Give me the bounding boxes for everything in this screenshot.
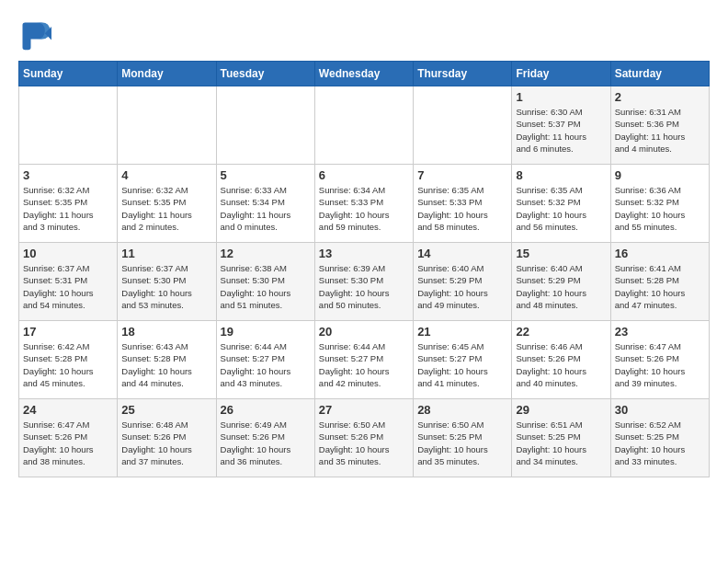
day-number: 6 xyxy=(319,168,409,182)
day-info: Sunrise: 6:45 AM Sunset: 5:27 PM Dayligh… xyxy=(417,340,507,389)
weekday-header-friday: Friday xyxy=(512,62,610,86)
day-info: Sunrise: 6:51 AM Sunset: 5:25 PM Dayligh… xyxy=(516,419,606,467)
day-number: 20 xyxy=(319,325,409,339)
calendar-cell xyxy=(19,86,118,165)
day-number: 12 xyxy=(221,247,311,260)
calendar-cell: 3Sunrise: 6:32 AM Sunset: 5:35 PM Daylig… xyxy=(19,165,118,243)
calendar-cell: 5Sunrise: 6:33 AM Sunset: 5:34 PM Daylig… xyxy=(216,165,314,243)
logo-icon xyxy=(18,18,51,52)
day-info: Sunrise: 6:47 AM Sunset: 5:26 PM Dayligh… xyxy=(23,419,113,467)
calendar-cell: 22Sunrise: 6:46 AM Sunset: 5:26 PM Dayli… xyxy=(512,321,610,399)
day-info: Sunrise: 6:44 AM Sunset: 5:27 PM Dayligh… xyxy=(319,340,409,389)
day-number: 5 xyxy=(221,168,311,182)
calendar-cell: 19Sunrise: 6:44 AM Sunset: 5:27 PM Dayli… xyxy=(216,321,314,399)
day-number: 9 xyxy=(615,168,705,182)
calendar-cell: 25Sunrise: 6:48 AM Sunset: 5:26 PM Dayli… xyxy=(118,399,216,477)
day-info: Sunrise: 6:35 AM Sunset: 5:33 PM Dayligh… xyxy=(417,184,507,233)
day-number: 22 xyxy=(516,325,606,339)
day-number: 17 xyxy=(23,325,113,339)
day-info: Sunrise: 6:40 AM Sunset: 5:29 PM Dayligh… xyxy=(417,262,507,311)
calendar-cell: 20Sunrise: 6:44 AM Sunset: 5:27 PM Dayli… xyxy=(314,321,413,399)
weekday-header-thursday: Thursday xyxy=(414,62,512,86)
calendar-cell: 13Sunrise: 6:39 AM Sunset: 5:30 PM Dayli… xyxy=(314,243,413,321)
day-number: 16 xyxy=(615,247,705,260)
day-number: 27 xyxy=(319,403,409,417)
calendar-cell: 27Sunrise: 6:50 AM Sunset: 5:26 PM Dayli… xyxy=(314,399,413,477)
calendar-cell xyxy=(414,86,512,165)
day-info: Sunrise: 6:33 AM Sunset: 5:34 PM Dayligh… xyxy=(221,184,311,233)
calendar-cell: 17Sunrise: 6:42 AM Sunset: 5:28 PM Dayli… xyxy=(19,321,118,399)
calendar-cell xyxy=(216,86,314,165)
day-info: Sunrise: 6:44 AM Sunset: 5:27 PM Dayligh… xyxy=(221,340,311,389)
calendar-cell: 7Sunrise: 6:35 AM Sunset: 5:33 PM Daylig… xyxy=(414,165,512,243)
day-number: 14 xyxy=(417,247,507,260)
calendar-cell: 14Sunrise: 6:40 AM Sunset: 5:29 PM Dayli… xyxy=(414,243,512,321)
day-info: Sunrise: 6:50 AM Sunset: 5:26 PM Dayligh… xyxy=(319,419,409,467)
calendar-cell xyxy=(314,86,413,165)
day-number: 25 xyxy=(121,403,211,417)
calendar-week-row: 24Sunrise: 6:47 AM Sunset: 5:26 PM Dayli… xyxy=(19,399,710,477)
day-number: 3 xyxy=(23,168,113,182)
calendar-cell: 12Sunrise: 6:38 AM Sunset: 5:30 PM Dayli… xyxy=(216,243,314,321)
day-number: 24 xyxy=(23,403,113,417)
weekday-header-tuesday: Tuesday xyxy=(216,62,314,86)
calendar-cell: 4Sunrise: 6:32 AM Sunset: 5:35 PM Daylig… xyxy=(118,165,216,243)
day-number: 11 xyxy=(121,247,211,260)
calendar-cell: 9Sunrise: 6:36 AM Sunset: 5:32 PM Daylig… xyxy=(610,165,709,243)
calendar-cell: 10Sunrise: 6:37 AM Sunset: 5:31 PM Dayli… xyxy=(19,243,118,321)
calendar-week-row: 17Sunrise: 6:42 AM Sunset: 5:28 PM Dayli… xyxy=(19,321,710,399)
day-number: 1 xyxy=(516,90,606,104)
weekday-header-monday: Monday xyxy=(118,62,216,86)
day-number: 23 xyxy=(615,325,705,339)
calendar-cell: 30Sunrise: 6:52 AM Sunset: 5:25 PM Dayli… xyxy=(610,399,709,477)
calendar-cell: 11Sunrise: 6:37 AM Sunset: 5:30 PM Dayli… xyxy=(118,243,216,321)
weekday-header-wednesday: Wednesday xyxy=(314,62,413,86)
calendar-cell: 16Sunrise: 6:41 AM Sunset: 5:28 PM Dayli… xyxy=(610,243,709,321)
day-number: 8 xyxy=(516,168,606,182)
day-info: Sunrise: 6:49 AM Sunset: 5:26 PM Dayligh… xyxy=(221,419,311,467)
day-info: Sunrise: 6:32 AM Sunset: 5:35 PM Dayligh… xyxy=(121,184,211,233)
weekday-header-saturday: Saturday xyxy=(610,62,709,86)
calendar-cell: 26Sunrise: 6:49 AM Sunset: 5:26 PM Dayli… xyxy=(216,399,314,477)
page-header xyxy=(18,18,710,52)
day-info: Sunrise: 6:40 AM Sunset: 5:29 PM Dayligh… xyxy=(516,262,606,311)
day-number: 28 xyxy=(417,403,507,417)
calendar-table: SundayMondayTuesdayWednesdayThursdayFrid… xyxy=(18,61,710,477)
day-number: 2 xyxy=(615,90,705,104)
calendar-cell: 23Sunrise: 6:47 AM Sunset: 5:26 PM Dayli… xyxy=(610,321,709,399)
day-info: Sunrise: 6:34 AM Sunset: 5:33 PM Dayligh… xyxy=(319,184,409,233)
day-info: Sunrise: 6:46 AM Sunset: 5:26 PM Dayligh… xyxy=(516,340,606,389)
calendar-cell: 28Sunrise: 6:50 AM Sunset: 5:25 PM Dayli… xyxy=(414,399,512,477)
calendar-cell xyxy=(118,86,216,165)
day-info: Sunrise: 6:43 AM Sunset: 5:28 PM Dayligh… xyxy=(121,340,211,389)
calendar-cell: 21Sunrise: 6:45 AM Sunset: 5:27 PM Dayli… xyxy=(414,321,512,399)
logo xyxy=(18,18,55,52)
day-info: Sunrise: 6:52 AM Sunset: 5:25 PM Dayligh… xyxy=(615,419,705,467)
day-number: 18 xyxy=(121,325,211,339)
day-number: 29 xyxy=(516,403,606,417)
calendar-cell: 15Sunrise: 6:40 AM Sunset: 5:29 PM Dayli… xyxy=(512,243,610,321)
day-number: 7 xyxy=(417,168,507,182)
day-number: 26 xyxy=(221,403,311,417)
calendar-week-row: 1Sunrise: 6:30 AM Sunset: 5:37 PM Daylig… xyxy=(19,86,710,165)
calendar-cell: 29Sunrise: 6:51 AM Sunset: 5:25 PM Dayli… xyxy=(512,399,610,477)
day-number: 4 xyxy=(121,168,211,182)
calendar-cell: 2Sunrise: 6:31 AM Sunset: 5:36 PM Daylig… xyxy=(610,86,709,165)
day-info: Sunrise: 6:47 AM Sunset: 5:26 PM Dayligh… xyxy=(615,340,705,389)
day-info: Sunrise: 6:48 AM Sunset: 5:26 PM Dayligh… xyxy=(121,419,211,467)
day-number: 19 xyxy=(221,325,311,339)
day-number: 10 xyxy=(23,247,113,260)
calendar-week-row: 3Sunrise: 6:32 AM Sunset: 5:35 PM Daylig… xyxy=(19,165,710,243)
day-info: Sunrise: 6:42 AM Sunset: 5:28 PM Dayligh… xyxy=(23,340,113,389)
day-number: 21 xyxy=(417,325,507,339)
day-info: Sunrise: 6:32 AM Sunset: 5:35 PM Dayligh… xyxy=(23,184,113,233)
calendar-cell: 18Sunrise: 6:43 AM Sunset: 5:28 PM Dayli… xyxy=(118,321,216,399)
day-info: Sunrise: 6:37 AM Sunset: 5:31 PM Dayligh… xyxy=(23,262,113,311)
day-info: Sunrise: 6:36 AM Sunset: 5:32 PM Dayligh… xyxy=(615,184,705,233)
day-number: 15 xyxy=(516,247,606,260)
calendar-cell: 24Sunrise: 6:47 AM Sunset: 5:26 PM Dayli… xyxy=(19,399,118,477)
day-info: Sunrise: 6:35 AM Sunset: 5:32 PM Dayligh… xyxy=(516,184,606,233)
day-number: 30 xyxy=(615,403,705,417)
day-info: Sunrise: 6:31 AM Sunset: 5:36 PM Dayligh… xyxy=(615,106,705,155)
day-number: 13 xyxy=(319,247,409,260)
